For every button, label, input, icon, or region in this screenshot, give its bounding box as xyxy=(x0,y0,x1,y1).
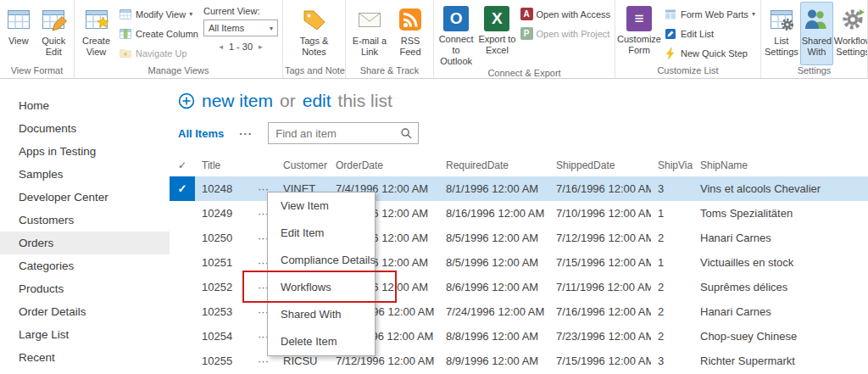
view-options-ellipsis[interactable]: ··· xyxy=(239,127,253,140)
group-label-view-format: View Format xyxy=(0,65,74,78)
sidebar-item-developer-center[interactable]: Developer Center xyxy=(0,186,170,209)
search-box xyxy=(268,122,419,144)
column-header-shippeddate[interactable]: ShippedDate xyxy=(549,159,651,171)
create-column-label: Create Column xyxy=(136,29,198,39)
check-icon: ✓ xyxy=(178,159,186,171)
order-title[interactable]: 10250 xyxy=(195,232,251,244)
sidebar-item-recent[interactable]: Recent xyxy=(0,346,170,369)
open-with-access-button[interactable]: A Open with Access xyxy=(518,5,613,23)
sidebar-item-gres[interactable]: GRES xyxy=(0,369,170,374)
edit-list-link[interactable]: edit xyxy=(303,91,331,111)
row-checkbox[interactable] xyxy=(170,299,195,324)
order-title[interactable]: 10255 xyxy=(195,354,251,367)
row-selected-checkbox[interactable]: ✓ xyxy=(170,176,195,201)
sidebar-item-large-list[interactable]: Large List xyxy=(0,323,170,346)
infopath-form-icon: ≡ xyxy=(626,6,652,31)
cell-shippeddate: 7/15/1996 12:00 AM xyxy=(549,354,651,367)
view-paging[interactable]: ◂ 1 - 30 ▸ xyxy=(201,42,281,52)
export-to-excel-button[interactable]: X Export to Excel xyxy=(476,2,517,68)
row-checkbox[interactable] xyxy=(170,226,195,250)
cell-shippeddate: 7/15/1996 12:00 AM xyxy=(549,256,651,269)
form-web-parts-label: Form Web Parts xyxy=(681,9,748,20)
form-web-parts-button[interactable]: Form Web Parts ▾ xyxy=(661,5,758,23)
customize-form-button[interactable]: ≡ Customize Form xyxy=(617,2,661,65)
ribbon-group-connect-export: O Connect to Outlook X Export to Excel A… xyxy=(434,0,615,78)
current-view-label: Current View: xyxy=(201,5,281,18)
sidebar-item-customers[interactable]: Customers xyxy=(0,209,170,232)
new-quick-step-button[interactable]: New Quick Step xyxy=(661,44,758,62)
sidebar-item-apps-in-testing[interactable]: Apps in Testing xyxy=(0,140,170,163)
order-title[interactable]: 10248 xyxy=(195,182,251,195)
row-checkbox[interactable] xyxy=(170,349,195,373)
column-header-title[interactable]: Title xyxy=(195,159,251,171)
search-input[interactable] xyxy=(269,127,400,140)
sidebar-item-documents[interactable]: Documents xyxy=(0,117,170,140)
column-header-customer[interactable]: Customer xyxy=(276,159,329,171)
order-title[interactable]: 10249 xyxy=(195,207,251,220)
row-checkbox[interactable] xyxy=(170,324,195,349)
search-icon[interactable] xyxy=(400,127,413,140)
sidebar-item-categories[interactable]: Categories xyxy=(0,254,170,277)
modify-view-button[interactable]: Modify View ▾ xyxy=(116,5,201,23)
menu-item-view-item[interactable]: View Item xyxy=(268,193,375,220)
cell-shipvia: 1 xyxy=(651,207,693,220)
menu-item-compliance-details[interactable]: Compliance Details xyxy=(268,247,375,274)
menu-item-workflows[interactable]: Workflows xyxy=(268,274,375,301)
create-view-button[interactable]: Create View xyxy=(76,2,116,65)
menu-item-shared-with[interactable]: Shared With xyxy=(268,301,375,328)
list-settings-icon xyxy=(768,6,795,33)
order-title[interactable]: 10254 xyxy=(195,330,251,343)
email-link-label: E-mail a Link xyxy=(349,36,390,58)
view-link-all-items[interactable]: All Items xyxy=(178,127,224,140)
row-checkbox[interactable] xyxy=(170,201,195,226)
open-with-project-button[interactable]: P Open with Project xyxy=(518,25,613,42)
lightning-bolt-icon xyxy=(664,47,677,60)
order-title[interactable]: 10251 xyxy=(195,256,251,269)
new-item-plus-icon[interactable] xyxy=(178,92,195,109)
menu-item-delete-item[interactable]: Delete Item xyxy=(268,328,375,355)
column-header-shipname[interactable]: ShipName xyxy=(693,159,868,171)
email-link-button[interactable]: E-mail a Link xyxy=(348,2,392,65)
edit-list-button[interactable]: Edit List xyxy=(661,25,758,42)
heading-this-list-text: this list xyxy=(338,91,392,111)
column-header-orderdate[interactable]: OrderDate xyxy=(329,159,439,171)
order-title[interactable]: 10252 xyxy=(195,281,251,293)
next-page-icon[interactable]: ▸ xyxy=(259,42,263,51)
view-button[interactable]: View xyxy=(2,2,36,65)
sidebar-item-home[interactable]: Home xyxy=(0,94,170,117)
order-title[interactable]: 10253 xyxy=(195,305,251,318)
sidebar-item-products[interactable]: Products xyxy=(0,277,170,300)
cell-shippeddate: 7/16/1996 12:00 AM xyxy=(549,305,651,318)
shared-with-button[interactable]: Shared With xyxy=(800,2,833,65)
list-settings-button[interactable]: List Settings xyxy=(763,2,800,65)
cell-requireddate: 7/24/1996 12:00 AM xyxy=(439,305,549,318)
tags-and-notes-button[interactable]: Tags & Notes xyxy=(292,2,337,65)
connect-to-outlook-button[interactable]: O Connect to Outlook xyxy=(436,2,476,68)
sidebar-item-order-details[interactable]: Order Details xyxy=(0,300,170,323)
menu-item-edit-item[interactable]: Edit Item xyxy=(268,220,375,247)
workflow-settings-button[interactable]: Workflow Settings xyxy=(833,2,868,65)
row-checkbox[interactable] xyxy=(170,250,195,275)
row-checkbox[interactable] xyxy=(170,275,195,299)
sidebar-item-samples[interactable]: Samples xyxy=(0,163,170,186)
column-header-requireddate[interactable]: RequiredDate xyxy=(439,159,549,171)
current-view-dropdown[interactable]: All Items ▾ xyxy=(203,20,278,36)
select-all-checkbox[interactable]: ✓ xyxy=(170,154,195,176)
cell-shippeddate: 7/23/1996 12:00 AM xyxy=(549,330,651,343)
quick-edit-button-label: Quick Edit xyxy=(37,36,70,58)
chevron-down-icon: ▾ xyxy=(752,10,755,18)
navigate-up-button[interactable]: Navigate Up xyxy=(116,44,201,62)
cell-shipname: Victuailles en stock xyxy=(693,256,868,269)
edit-list-icon xyxy=(664,27,677,41)
ribbon-group-customize-list: ≡ Customize Form Form Web Parts ▾ Edit L… xyxy=(615,0,761,78)
new-item-link[interactable]: new item xyxy=(202,91,273,111)
column-header-shipvia[interactable]: ShipVia xyxy=(651,159,693,171)
rss-feed-button[interactable]: RSS Feed xyxy=(392,2,429,65)
navigate-up-label: Navigate Up xyxy=(136,48,187,59)
quick-edit-button[interactable]: Quick Edit xyxy=(36,2,72,65)
row-ellipsis[interactable]: ··· xyxy=(251,354,276,367)
view-button-label: View xyxy=(8,36,29,47)
create-column-button[interactable]: Create Column xyxy=(116,25,201,42)
sidebar-item-orders[interactable]: Orders xyxy=(0,232,170,254)
previous-page-icon[interactable]: ◂ xyxy=(219,42,223,51)
